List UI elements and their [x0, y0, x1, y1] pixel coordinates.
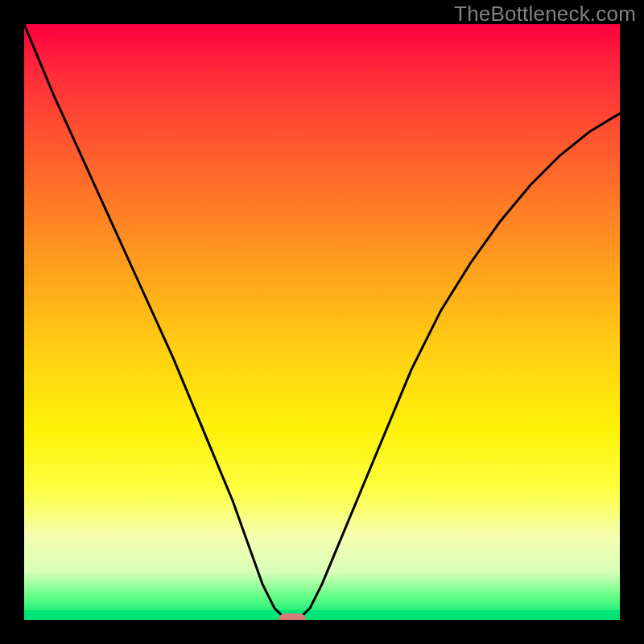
optimal-marker [279, 613, 306, 620]
watermark-text: TheBottleneck.com [454, 2, 636, 27]
chart-frame: TheBottleneck.com [0, 0, 644, 644]
plot-area [24, 24, 620, 620]
bottleneck-curve [24, 24, 620, 620]
